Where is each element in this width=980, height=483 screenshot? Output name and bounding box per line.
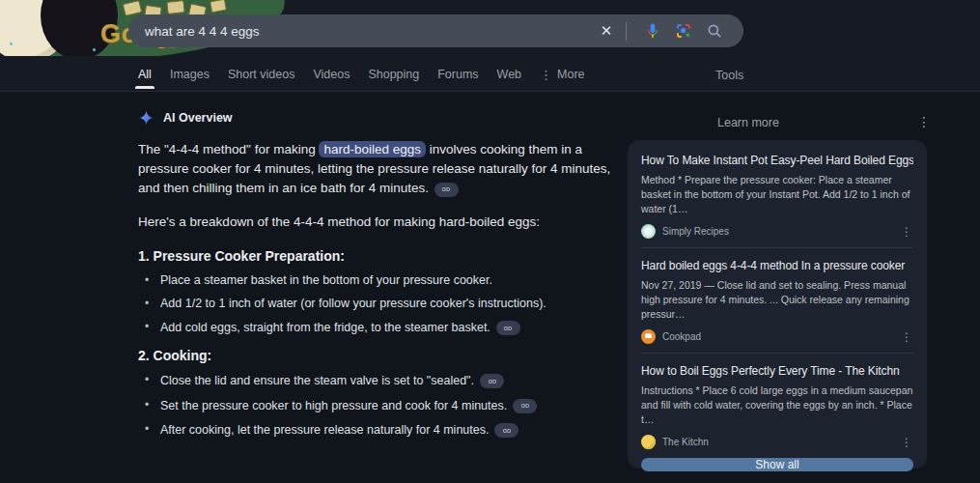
doodle-sparkle bbox=[10, 43, 13, 45]
ai-overview-menu-icon[interactable]: ⋮ bbox=[917, 114, 931, 129]
bullet-text-inner: Set the pressure cooker to high pressure… bbox=[160, 398, 507, 412]
bullet-text: Add cold eggs, straight from the fridge,… bbox=[160, 321, 520, 335]
source-name: The Kitchn bbox=[662, 437, 709, 447]
source-row: The Kitchn ⋮ bbox=[641, 435, 913, 449]
tab-shopping[interactable]: Shopping bbox=[368, 68, 419, 81]
citation-link-icon[interactable] bbox=[434, 183, 459, 197]
doodle-card bbox=[166, 0, 184, 14]
section-heading-cooking: 2. Cooking: bbox=[138, 348, 621, 363]
source-row: Cookpad ⋮ bbox=[641, 329, 913, 344]
learn-more-link[interactable]: Learn more bbox=[717, 116, 779, 129]
list-item: •Add 1/2 to 1 inch of water (or follow y… bbox=[138, 298, 621, 311]
source-card-title[interactable]: How to Boil Eggs Perfectly Every Time - … bbox=[641, 364, 913, 378]
bullet-dot: • bbox=[145, 321, 160, 334]
source-card-snippet: Instructions * Place 6 cold large eggs i… bbox=[641, 384, 913, 427]
breakdown-line: Here's a breakdown of the 4-4-4 method f… bbox=[138, 213, 613, 232]
tab-videos[interactable]: Videos bbox=[313, 68, 350, 81]
list-item: •Close the lid and ensure the steam valv… bbox=[138, 374, 621, 388]
tab-more-label: More bbox=[557, 68, 584, 81]
tab-forums[interactable]: Forums bbox=[437, 68, 478, 81]
bullet-text: Place a steamer basket in the bottom of … bbox=[160, 274, 492, 288]
bullet-dot: • bbox=[145, 423, 160, 437]
source-card[interactable]: Hard boiled eggs 4-4-4 method In a press… bbox=[641, 247, 913, 353]
tab-web[interactable]: Web bbox=[497, 68, 521, 81]
tools-button[interactable]: Tools bbox=[715, 69, 743, 82]
voice-search-icon[interactable] bbox=[637, 22, 668, 40]
ai-sparkle-icon bbox=[138, 110, 154, 127]
citation-link-icon[interactable] bbox=[496, 321, 520, 335]
bullet-text-inner: Add cold eggs, straight from the fridge,… bbox=[160, 321, 490, 334]
ai-overview-label: AI Overview bbox=[163, 111, 233, 125]
citation-link-icon[interactable] bbox=[494, 423, 518, 438]
source-card-title[interactable]: How To Make Instant Pot Easy-Peel Hard B… bbox=[641, 154, 913, 167]
highlighted-link[interactable]: hard-boiled eggs bbox=[319, 141, 426, 157]
source-name: Simply Recipes bbox=[662, 226, 729, 237]
search-input[interactable]: what are 4 4 4 eggs bbox=[145, 24, 598, 39]
list-item: •Place a steamer basket in the bottom of… bbox=[138, 274, 621, 288]
bullet-dot: • bbox=[145, 374, 160, 387]
card-menu-icon[interactable]: ⋮ bbox=[900, 225, 913, 239]
source-card[interactable]: How To Make Instant Pot Easy-Peel Hard B… bbox=[641, 143, 913, 247]
section-heading-preparation: 1. Pressure Cooker Preparation: bbox=[138, 248, 621, 264]
search-header: Google what are 4 4 4 eggs ✕ bbox=[0, 0, 980, 92]
more-kebab-icon: ⋮ bbox=[540, 69, 552, 81]
the-kitchn-favicon bbox=[641, 435, 656, 449]
simply-recipes-favicon bbox=[641, 224, 656, 239]
source-row: Simply Recipes ⋮ bbox=[641, 224, 913, 239]
source-card-snippet: Method * Prepare the pressure cooker: Pl… bbox=[641, 173, 913, 216]
bullet-dot: • bbox=[145, 298, 160, 311]
source-card-title[interactable]: Hard boiled eggs 4-4-4 method In a press… bbox=[641, 259, 913, 272]
list-item: •After cooking, let the pressure release… bbox=[138, 423, 621, 438]
bullet-text: Set the pressure cooker to high pressure… bbox=[160, 399, 537, 413]
bullet-text: After cooking, let the pressure release … bbox=[160, 423, 518, 438]
source-card[interactable]: How to Boil Eggs Perfectly Every Time - … bbox=[641, 353, 913, 458]
result-filter-tabs: All Images Short videos Videos Shopping … bbox=[138, 62, 585, 87]
search-divider bbox=[626, 22, 627, 41]
sources-panel: How To Make Instant Pot Easy-Peel Hard B… bbox=[628, 140, 927, 469]
bullet-text-inner: After cooking, let the pressure release … bbox=[160, 423, 489, 437]
search-submit-icon[interactable] bbox=[699, 22, 730, 40]
tab-images[interactable]: Images bbox=[170, 68, 210, 81]
list-item: •Add cold eggs, straight from the fridge… bbox=[138, 321, 621, 335]
intro-text-before: The "4-4-4 method" for making bbox=[138, 142, 319, 156]
bullet-text-inner: Close the lid and ensure the steam valve… bbox=[160, 374, 474, 387]
cookpad-favicon bbox=[641, 329, 656, 344]
source-name: Cookpad bbox=[662, 331, 701, 342]
tab-all[interactable]: All bbox=[138, 68, 152, 81]
preparation-list: •Place a steamer basket in the bottom of… bbox=[138, 274, 621, 335]
google-lens-icon[interactable] bbox=[668, 22, 699, 40]
tab-more[interactable]: ⋮ More bbox=[540, 68, 584, 81]
citation-link-icon[interactable] bbox=[513, 399, 537, 413]
show-all-button[interactable]: Show all bbox=[641, 458, 913, 471]
citation-link-icon[interactable] bbox=[480, 374, 504, 388]
doodle-sparkle bbox=[93, 48, 96, 51]
cooking-list: •Close the lid and ensure the steam valv… bbox=[138, 374, 621, 438]
bullet-dot: • bbox=[145, 274, 160, 288]
card-menu-icon[interactable]: ⋮ bbox=[900, 436, 913, 449]
search-bar[interactable]: what are 4 4 4 eggs ✕ bbox=[128, 14, 743, 47]
list-item: •Set the pressure cooker to high pressur… bbox=[138, 399, 621, 413]
ai-overview-header: AI Overview bbox=[138, 108, 621, 128]
card-menu-icon[interactable]: ⋮ bbox=[900, 330, 913, 344]
ai-intro-paragraph: The "4-4-4 method" for making hard-boile… bbox=[138, 140, 613, 198]
bullet-dot: • bbox=[145, 399, 160, 412]
ai-overview-section: AI Overview The "4-4-4 method" for makin… bbox=[138, 108, 621, 448]
bullet-text: Close the lid and ensure the steam valve… bbox=[160, 374, 504, 388]
tab-short-videos[interactable]: Short videos bbox=[228, 68, 294, 81]
source-card-snippet: Nov 27, 2019 — Close lid and set to seal… bbox=[641, 278, 913, 322]
bullet-text: Add 1/2 to 1 inch of water (or follow yo… bbox=[160, 298, 546, 311]
clear-search-icon[interactable]: ✕ bbox=[598, 22, 615, 40]
